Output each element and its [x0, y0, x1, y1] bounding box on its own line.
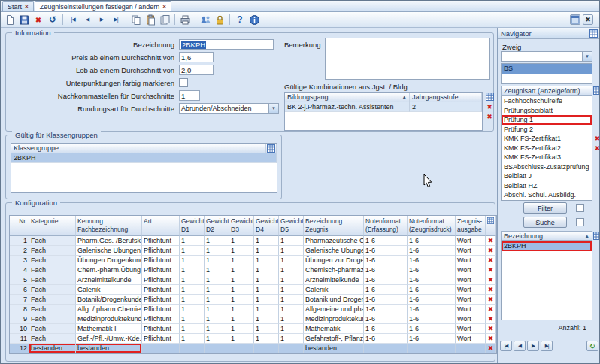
config-cell-g5[interactable]: 1 — [279, 246, 304, 256]
refresh-icon[interactable]: ↻ — [586, 341, 598, 351]
config-cell-kennung[interactable]: Pharm.Ges.-/Berufskde. — [76, 236, 142, 246]
config-cell-nf2[interactable]: 1-6 — [408, 246, 456, 256]
config-cell-nf2[interactable]: 1-6 — [408, 305, 456, 314]
config-cell-nf1[interactable]: 1-6 — [364, 285, 408, 295]
column-header-klassengruppe[interactable]: Klassengruppe — [11, 144, 266, 153]
config-cell-ausgabe[interactable]: Wort — [456, 305, 486, 314]
nachkomma-input[interactable]: 1 — [179, 90, 200, 101]
delete-row-icon[interactable]: ✖ — [592, 133, 600, 143]
config-cell-nr[interactable]: 7 — [10, 295, 29, 305]
config-cell-nf1[interactable]: 1-6 — [364, 314, 408, 324]
delete-row-icon[interactable]: ✖ — [486, 246, 496, 256]
config-column-header[interactable]: Zeugnis- ausgabe — [456, 216, 486, 236]
config-cell-bezeichnung[interactable]: Gefahrstoff-, Pflanze... — [304, 334, 364, 344]
config-cell-ausgabe[interactable]: Wort — [456, 314, 486, 324]
config-cell-g1[interactable]: 1 — [180, 334, 205, 344]
config-cell-ausgabe[interactable]: Wort — [456, 285, 486, 295]
column-chooser-icon[interactable] — [486, 92, 494, 102]
config-table-row[interactable]: 12bestandenbestandenbestanden✖ — [10, 344, 496, 353]
zeugnisart-item[interactable]: Fachhochschulreife — [502, 96, 592, 106]
config-cell-g3[interactable]: 1 — [229, 305, 254, 314]
config-cell-g1[interactable]: 1 — [180, 265, 205, 275]
config-column-header[interactable]: Kategorie — [29, 216, 76, 236]
delete-row-icon[interactable]: ✖ — [486, 285, 496, 295]
config-column-header[interactable]: Kennung Fachbezeichnung — [76, 216, 142, 236]
config-column-header[interactable]: Gewicht D2 — [205, 216, 229, 236]
zeugnisart-item[interactable]: KMK FS-Zertifikat2 — [502, 144, 592, 153]
zweig-combobox[interactable]: ▼ — [501, 51, 592, 62]
config-cell-art[interactable]: Pflichtunt — [142, 265, 180, 275]
config-cell-nf2[interactable] — [408, 344, 456, 353]
config-cell-g4[interactable]: 1 — [254, 285, 279, 295]
zweig-item[interactable]: BS — [502, 64, 592, 74]
print-icon[interactable] — [178, 14, 192, 26]
users-icon[interactable] — [198, 14, 212, 26]
cell-jahrgangsstufe[interactable]: 2 — [410, 102, 482, 112]
preis-input[interactable]: 1,6 — [179, 52, 214, 62]
config-cell-g2[interactable]: 1 — [205, 285, 229, 295]
delete-row-icon[interactable]: ✖ — [486, 256, 496, 265]
config-cell-kennung[interactable]: Arzneimittelkunde — [76, 275, 142, 285]
config-column-header[interactable]: Gewicht D1 — [180, 216, 205, 236]
config-cell-g2[interactable]: 1 — [205, 256, 229, 265]
kombination-row[interactable]: BK 2-j.Pharmaz.-techn. Assistenten2 — [285, 102, 482, 112]
config-cell-nr[interactable]: 6 — [10, 285, 29, 295]
config-cell-nf1[interactable]: 1-6 — [364, 275, 408, 285]
delete-row-icon[interactable]: ✖ — [486, 102, 492, 111]
delete-row-icon[interactable]: ✖ — [486, 324, 496, 334]
unterpunktungen-checkbox[interactable] — [179, 78, 188, 87]
delete-row-icon[interactable]: ✖ — [486, 236, 496, 246]
config-cell-kategorie[interactable]: Fach — [29, 275, 76, 285]
config-cell-g5[interactable]: 1 — [279, 305, 304, 314]
config-cell-kennung[interactable]: Medizinproduktekunde — [76, 314, 142, 324]
bemerkung-textarea[interactable] — [325, 38, 490, 80]
config-cell-g4[interactable]: 1 — [254, 295, 279, 305]
config-cell-g1[interactable]: 1 — [180, 314, 205, 324]
config-cell-g5[interactable]: 1 — [279, 265, 304, 275]
zeugnisart-item[interactable]: Prüfungsbeiblatt — [502, 106, 592, 116]
lob-input[interactable]: 2,0 — [179, 65, 214, 75]
klassengruppe-row[interactable]: 2BKPH — [11, 153, 277, 163]
column-chooser-icon[interactable] — [592, 86, 600, 96]
config-cell-g4[interactable]: 1 — [254, 334, 279, 344]
config-cell-kennung[interactable]: bestanden — [76, 344, 142, 353]
config-cell-art[interactable]: Pflichtunt — [142, 285, 180, 295]
nav-first-icon[interactable]: |◀ — [66, 14, 80, 26]
config-cell-g1[interactable] — [180, 344, 205, 353]
config-cell-nf1[interactable]: 1-6 — [364, 256, 408, 265]
config-cell-nf1[interactable]: 1-6 — [364, 334, 408, 344]
tab-close-icon[interactable]: × — [25, 3, 29, 10]
config-cell-art[interactable]: Pflichtunt — [142, 295, 180, 305]
delete-row-icon[interactable]: ✖ — [486, 305, 496, 314]
config-cell-art[interactable]: Pflichtunt — [142, 275, 180, 285]
config-cell-g3[interactable]: 1 — [229, 265, 254, 275]
column-header-bildungs­gang[interactable]: Bildungsgang ▲ — [285, 93, 410, 102]
config-cell-kennung[interactable]: Gef.-/Pfl.-/Umw.-Kde. — [76, 334, 142, 344]
filter-checkbox[interactable] — [576, 204, 584, 212]
config-cell-ausgabe[interactable] — [456, 344, 486, 353]
config-cell-nf2[interactable]: 1-6 — [408, 334, 456, 344]
config-cell-g5[interactable]: 1 — [279, 256, 304, 265]
config-cell-nr[interactable]: 2 — [10, 246, 29, 256]
delete-row-icon[interactable]: ✖ — [592, 143, 600, 153]
dock-panel-icon[interactable] — [570, 14, 580, 25]
duplicate-icon[interactable] — [158, 14, 171, 26]
config-cell-g2[interactable]: 1 — [205, 236, 229, 246]
zeugnisart-item[interactable]: Beiblatt HZ — [502, 181, 592, 191]
zeugnisart-header[interactable]: Zeugnisart (Anzeigeform) — [501, 86, 592, 96]
config-cell-kategorie[interactable]: Fach — [29, 324, 76, 334]
config-cell-nf1[interactable]: 1-6 — [364, 265, 408, 275]
zeugnisart-item[interactable]: KMK FS-Zertifikat3 — [502, 153, 592, 162]
copy-icon[interactable] — [129, 14, 143, 26]
config-cell-nr[interactable]: 10 — [10, 324, 29, 334]
config-cell-bezeichnung[interactable]: Medizinproduktekun... — [304, 314, 364, 324]
config-cell-g3[interactable]: 1 — [229, 236, 254, 246]
config-cell-art[interactable]: Pflichtunt — [142, 246, 180, 256]
config-cell-kennung[interactable]: Allg. / pharm.Chemie — [76, 305, 142, 314]
config-cell-ausgabe[interactable]: Wort — [456, 265, 486, 275]
delete-icon[interactable]: ✖ — [32, 14, 45, 26]
nav-next-icon[interactable]: ▶ — [95, 14, 108, 26]
config-cell-g2[interactable]: 1 — [205, 265, 229, 275]
rundung-select[interactable]: Abrunden/Abschneiden ▼ — [179, 103, 279, 114]
config-cell-bezeichnung[interactable]: bestanden — [304, 344, 364, 353]
